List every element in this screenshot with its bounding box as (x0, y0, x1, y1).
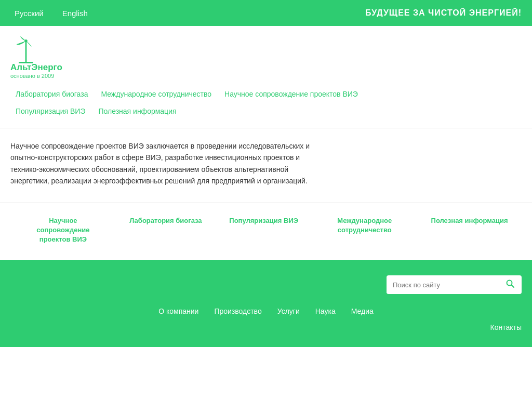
footer-nav-company[interactable]: О компании (158, 307, 198, 315)
section-link-0[interactable]: Научное сопровождение проектов ВИЭ (24, 216, 102, 245)
nav-international[interactable]: Международное сотрудничество (96, 87, 217, 101)
svg-point-1 (24, 39, 28, 43)
footer-search-box (387, 275, 522, 294)
slogan: БУДУЩЕЕ ЗА ЧИСТОЙ ЭНЕРГИЕЙ! (365, 8, 522, 18)
lang-ru[interactable]: Русский (10, 2, 48, 25)
footer-nav-contacts[interactable]: Контакты (490, 323, 522, 331)
nav-row-2: Популяризация ВИЭ Полезная информация (10, 104, 522, 118)
main-nav: Лаборатория биогаза Международное сотруд… (0, 82, 532, 124)
nav-scientific[interactable]: Научное сопровождение проектов ВИЭ (219, 87, 363, 101)
section-link-1[interactable]: Лаборатория биогаза (129, 216, 202, 245)
section-link-3[interactable]: Международное сотрудничество (326, 216, 404, 245)
nav-useful[interactable]: Полезная информация (93, 104, 181, 118)
search-button[interactable] (501, 275, 520, 294)
main-text: Научное сопровождение проектов ВИЭ заклю… (10, 140, 322, 187)
logo-text: АльтЭнерго (10, 62, 62, 73)
main-content: Научное сопровождение проектов ВИЭ заклю… (0, 132, 332, 195)
footer-nav-science[interactable]: Наука (315, 307, 336, 315)
footer-nav-bottom: Контакты (10, 323, 522, 331)
top-bar: Русский English БУДУЩЕЕ ЗА ЧИСТОЙ ЭНЕРГИ… (0, 0, 532, 26)
section-link-2[interactable]: Популяризация ВИЭ (229, 216, 298, 245)
logo[interactable]: АльтЭнерго основано в 2009 (10, 34, 62, 79)
section-link-4[interactable]: Полезная информация (431, 216, 508, 245)
section-links: Научное сопровождение проектов ВИЭ Лабор… (0, 203, 532, 258)
footer-search-row (10, 275, 522, 294)
search-icon (506, 280, 514, 288)
footer-nav: О компании Производство Услуги Наука Мед… (10, 307, 522, 315)
footer: О компании Производство Услуги Наука Мед… (0, 260, 532, 347)
logo-founded: основано в 2009 (10, 73, 54, 79)
logo-icon (10, 34, 42, 65)
footer-nav-production[interactable]: Производство (214, 307, 261, 315)
nav-row-1: Лаборатория биогаза Международное сотруд… (10, 87, 522, 101)
search-input[interactable] (387, 277, 501, 293)
footer-nav-services[interactable]: Услуги (277, 307, 300, 315)
header-divider (0, 128, 532, 128)
header: АльтЭнерго основано в 2009 (0, 26, 532, 82)
nav-biogaz[interactable]: Лаборатория биогаза (10, 87, 93, 101)
lang-en[interactable]: English (58, 2, 92, 25)
svg-line-4 (512, 285, 514, 288)
language-switcher: Русский English (10, 2, 365, 25)
nav-popularization[interactable]: Популяризация ВИЭ (10, 104, 90, 118)
footer-nav-media[interactable]: Медиа (351, 307, 374, 315)
